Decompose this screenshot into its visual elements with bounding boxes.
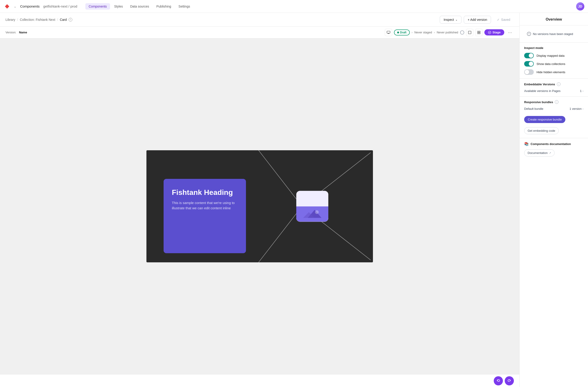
canvas-area: Fishtank Heading This is sample content … <box>0 39 519 374</box>
stage-label: Stage <box>493 31 501 34</box>
tab-data-sources[interactable]: Data sources <box>127 3 152 10</box>
undo-button[interactable] <box>494 376 503 386</box>
panel-title: Overview <box>524 17 583 21</box>
available-versions-count[interactable]: 1 › <box>580 89 583 93</box>
never-staged: Never staged <box>414 31 432 34</box>
svg-line-8 <box>258 206 302 262</box>
warning-section: No versions have been staged <box>520 25 588 42</box>
default-bundle-value[interactable]: 1 version › <box>569 107 583 110</box>
stage-icon <box>488 31 491 34</box>
never-published: Never published <box>437 31 458 34</box>
documentation-button[interactable]: Documentation ↗ <box>524 149 555 156</box>
bundle-chevron-icon: › <box>583 107 583 110</box>
version-actions: Draft › Never staged › Never published S… <box>385 29 514 36</box>
breadcrumb-library[interactable]: Library <box>5 18 15 21</box>
canvas-background: Fishtank Heading This is sample content … <box>147 150 373 262</box>
show-data-collections-label: Show data collections <box>537 62 565 66</box>
warning-box: No versions have been staged <box>524 29 583 39</box>
breadcrumb-info-icon[interactable]: i <box>69 18 72 21</box>
arrow-sep-2: › <box>434 31 435 34</box>
breadcrumb-bar: Library / Collection: Fishtank Next / Ca… <box>0 13 519 26</box>
documentation-label: Documentation <box>528 151 547 155</box>
breadcrumb-actions: Inspect ⌄ + Add version ✓ Saved <box>440 16 514 23</box>
redo-button[interactable] <box>505 376 514 386</box>
inspect-label: Inspect <box>444 18 454 21</box>
nav-tabs: Components Styles Data sources Publishin… <box>85 3 193 10</box>
responsive-section: Responsive bundles i Default bundle 1 ve… <box>520 97 588 138</box>
default-bundle-count: 1 version <box>569 107 582 110</box>
get-embed-button[interactable]: Get embedding code <box>524 127 559 134</box>
docs-title: Components documentation <box>531 142 571 146</box>
inspect-button[interactable]: Inspect ⌄ <box>440 16 462 23</box>
nav-chevron-icon[interactable]: ⌄ <box>13 4 17 9</box>
version-name: Name <box>19 31 27 34</box>
create-bundle-button[interactable]: Create responsive bundle <box>524 116 565 123</box>
inspect-mode-title: Inspect mode <box>524 46 543 50</box>
panel-header: Overview <box>520 13 588 25</box>
tab-publishing[interactable]: Publishing <box>153 3 174 10</box>
svg-rect-0 <box>387 31 390 33</box>
docs-section: 📚 Components documentation Documentation… <box>520 138 588 160</box>
svg-point-15 <box>529 35 529 35</box>
hide-hidden-toggle-row: Hide hidden elements <box>524 69 583 75</box>
responsive-title: Responsive bundles <box>524 101 553 104</box>
available-versions-label: Available versions in Pages <box>524 89 561 93</box>
show-data-collections-toggle[interactable] <box>524 61 534 67</box>
warning-text: No versions have been staged <box>533 32 573 36</box>
add-version-button[interactable]: + Add version <box>464 16 491 23</box>
card-component: Fishtank Heading This is sample content … <box>164 179 246 253</box>
hide-hidden-toggle[interactable] <box>524 69 534 75</box>
responsive-info-icon[interactable]: i <box>555 100 559 104</box>
inspect-chevron-icon: ⌄ <box>455 18 458 21</box>
embeddable-title: Embeddable Versions <box>524 82 555 86</box>
avatar[interactable]: JD <box>576 2 584 11</box>
tab-settings[interactable]: Settings <box>175 3 193 10</box>
breadcrumb-current: Card <box>60 18 66 21</box>
content-area: Library / Collection: Fishtank Next / Ca… <box>0 13 519 387</box>
status-check-icon <box>460 30 464 35</box>
card-heading: Fishtank Heading <box>172 188 238 197</box>
arrow-sep-1: › <box>412 31 413 34</box>
toggle-thumb-3 <box>525 70 529 74</box>
view-desktop-icon[interactable] <box>385 29 392 36</box>
tab-components[interactable]: Components <box>85 3 110 10</box>
available-versions-number: 1 <box>580 89 582 93</box>
stage-button[interactable]: Stage <box>484 29 504 36</box>
embeddable-section: Embeddable Versions i Available versions… <box>520 79 588 97</box>
version-bar: Version: Name Draft › Never staged › Nev… <box>0 26 519 39</box>
svg-rect-2 <box>478 31 479 32</box>
card-body: This is sample content that we're using … <box>172 200 238 211</box>
svg-rect-1 <box>468 31 471 34</box>
draft-badge[interactable]: Draft <box>394 29 410 36</box>
hide-hidden-label: Hide hidden elements <box>537 70 565 74</box>
draft-label: Draft <box>400 31 407 34</box>
app-logo[interactable] <box>4 3 10 10</box>
embeddable-info-icon[interactable]: i <box>557 82 561 86</box>
draft-dot <box>397 32 399 33</box>
default-bundle-label: Default bundle <box>524 107 543 110</box>
saved-label: Saved <box>501 18 510 21</box>
display-mapped-toggle[interactable] <box>524 53 534 58</box>
docs-book-icon: 📚 <box>524 142 529 146</box>
main-layout: Library / Collection: Fishtank Next / Ca… <box>0 13 588 387</box>
add-version-label: + Add version <box>468 18 487 21</box>
top-navigation: ⌄ Components getfishtank-next / prod Com… <box>0 0 588 13</box>
view-grid-icon[interactable] <box>475 29 483 36</box>
more-options-button[interactable]: ⋯ <box>506 29 514 36</box>
tab-styles[interactable]: Styles <box>111 3 126 10</box>
svg-rect-5 <box>479 33 480 34</box>
image-placeholder <box>296 191 328 222</box>
default-bundle-row: Default bundle 1 version › <box>524 107 583 110</box>
mountain-icon <box>303 208 321 219</box>
nav-project-name: getfishtank-next / prod <box>43 4 77 8</box>
redo-icon <box>507 379 511 383</box>
view-single-icon[interactable] <box>466 29 473 36</box>
inspect-mode-section: Inspect mode Display mapped data Show da… <box>520 42 588 79</box>
breadcrumb-collection[interactable]: Collection: Fishtank Next <box>20 18 55 21</box>
right-panel: Overview No versions have been staged In… <box>519 13 588 387</box>
version-prefix: Version: <box>5 31 16 34</box>
embeddable-header: Embeddable Versions i <box>524 82 583 86</box>
undo-icon <box>497 379 500 383</box>
nav-app-title: Components <box>20 4 40 8</box>
toggle-thumb <box>529 53 533 58</box>
